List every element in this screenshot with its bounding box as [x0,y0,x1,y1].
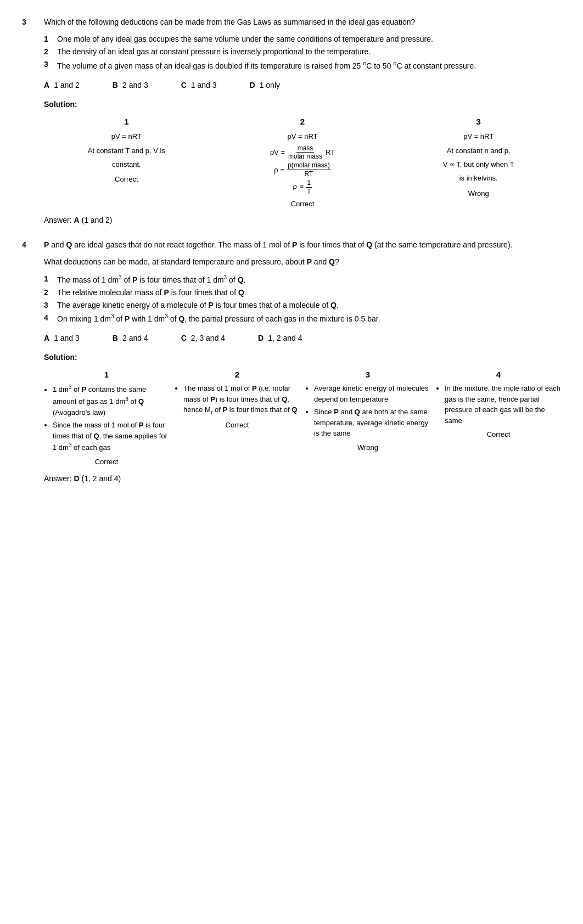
q3-opt-b: B 2 and 3 [113,80,148,91]
q4-options: A 1 and 3 B 2 and 4 C 2, 3 and 4 D 1, 2 … [44,333,561,344]
q3-sol-col3-num: 3 [396,116,561,128]
q4-sol-col3-num: 3 [305,369,430,381]
q4-sol-col1: 1 1 dm3 of P contains the same amount of… [44,369,169,467]
q3-number: 3 [22,16,44,226]
q4-col2-bullets: The mass of 1 mol of P (i.e. molar mass … [175,383,300,416]
q3-solution-label: Solution: [44,99,561,110]
q4-sol-col4-num: 4 [436,369,561,381]
q3-sol-col3: 3 pV = nRT At constant n and p, V ∝ T, b… [396,116,561,210]
q4-sol-col2: 2 The mass of 1 mol of P (i.e. molar mas… [175,369,300,467]
q3-col1-verdict: Correct [44,174,209,185]
q3-statements: 1 One mole of any ideal gas occupies the… [44,33,561,72]
q4-intro: P and Q are ideal gases that do not reac… [44,239,561,251]
q4-col1-bullets: 1 dm3 of P contains the same amount of g… [44,383,169,453]
q3-sol-col1-num: 1 [44,116,209,128]
q4-stmt-4: 4 On mixing 1 dm3 of P with 1 dm3 of Q, … [44,312,561,325]
q4-col1-bullet-2: Since the mass of 1 mol of P is four tim… [53,420,169,453]
q3-stmt-2: 2 The density of an ideal gas at constan… [44,46,561,58]
q3-sol-col3-text: pV = nRT At constant n and p, V ∝ T, but… [396,130,561,185]
q4-stmt-2: 2 The relative molecular mass of P is fo… [44,287,561,298]
q3-sol-col1: 1 pV = nRT At constant T and p, V is con… [44,116,209,210]
q3-opt-d: D 1 only [250,80,280,91]
q4-sol-col3: 3 Average kinetic energy of molecules de… [305,369,430,467]
q3-opt-c: C 1 and 3 [181,80,217,91]
q4-solution-grid: 1 1 dm3 of P contains the same amount of… [44,369,561,467]
q4-answer: Answer: D (1, 2 and 4) [44,473,561,484]
question-3-block: 3 Which of the following deductions can … [22,16,561,226]
q4-opt-a: A 1 and 3 [44,333,80,344]
q4-sol-col4: 4 In the mixture, the mole ratio of each… [436,369,561,467]
q3-options: A 1 and 2 B 2 and 3 C 1 and 3 D 1 only [44,80,561,91]
q3-col3-verdict: Wrong [396,188,561,199]
q3-sol-col2-text: pV = nRT pV = mass molar mass RT ρ = p(m… [220,130,385,195]
q4-col3-bullets: Average kinetic energy of molecules depe… [305,383,430,439]
q4-col4-verdict: Correct [436,429,561,440]
q4-sol-col1-num: 1 [44,369,169,381]
q3-answer: Answer: A (1 and 2) [44,215,561,226]
question-4-block: 4 P and Q are ideal gases that do not re… [22,239,561,484]
q4-col2-bullet-1: The mass of 1 mol of P (i.e. molar mass … [183,383,300,416]
q3-stmt-3: 3 The volume of a given mass of an ideal… [44,59,561,72]
q4-statements: 1 The mass of 1 dm3 of P is four times t… [44,273,561,324]
q4-number: 4 [22,239,44,484]
q4-content: P and Q are ideal gases that do not reac… [44,239,561,484]
q3-solution-grid: 1 pV = nRT At constant T and p, V is con… [44,116,561,210]
q4-stmt-1: 1 The mass of 1 dm3 of P is four times t… [44,273,561,286]
q4-col1-bullet-1: 1 dm3 of P contains the same amount of g… [53,383,169,418]
q3-col2-verdict: Correct [220,199,385,210]
q3-text: Which of the following deductions can be… [44,16,561,28]
q3-sol-col2-num: 2 [220,116,385,128]
q4-opt-d: D 1, 2 and 4 [258,333,302,344]
q4-col3-verdict: Wrong [305,442,430,453]
q3-content: Which of the following deductions can be… [44,16,561,226]
q4-col2-verdict: Correct [175,420,300,431]
q4-col3-bullet-2: Since P and Q are both at the same tempe… [314,407,430,439]
q3-opt-a: A 1 and 2 [44,80,80,91]
q4-col3-bullet-1: Average kinetic energy of molecules depe… [314,383,430,404]
q4-sol-col2-num: 2 [175,369,300,381]
q4-col4-bullets: In the mixture, the mole ratio of each g… [436,383,561,426]
q4-opt-c: C 2, 3 and 4 [181,333,225,344]
q3-sol-col2: 2 pV = nRT pV = mass molar mass RT ρ = [220,116,385,210]
q4-col4-bullet-1: In the mixture, the mole ratio of each g… [445,383,561,426]
q4-solution-label: Solution: [44,352,561,363]
q4-stmt-3: 3 The average kinetic energy of a molecu… [44,300,561,311]
q4-col1-verdict: Correct [44,457,169,467]
q4-opt-b: B 2 and 4 [113,333,148,344]
q3-sol-col1-text: pV = nRT At constant T and p, V is const… [44,130,209,171]
q3-stmt-1: 1 One mole of any ideal gas occupies the… [44,33,561,45]
q4-question: What deductions can be made, at standard… [44,256,561,268]
